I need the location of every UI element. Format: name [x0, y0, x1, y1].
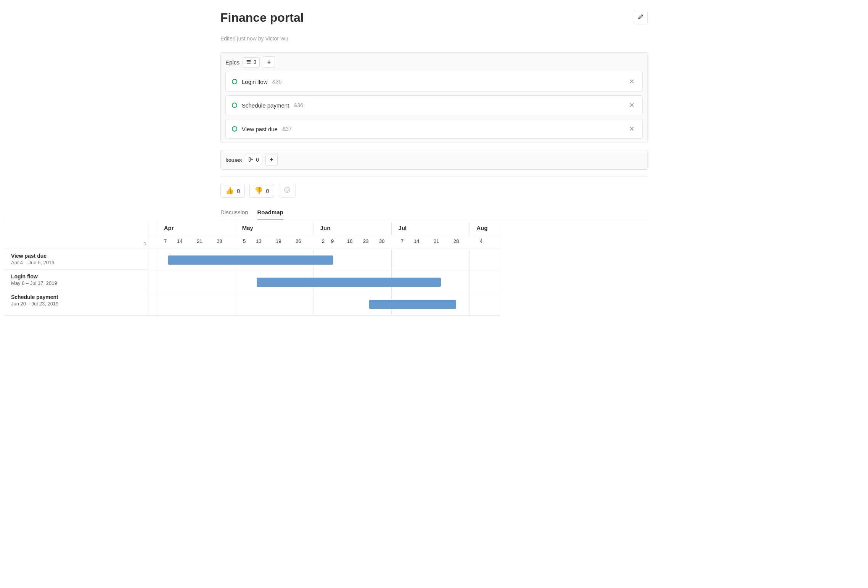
roadmap-row-title: Login flow [11, 273, 141, 280]
roadmap-bar-row [148, 293, 500, 315]
roadmap-months-header: Apr May Jun Jul Aug [148, 222, 500, 235]
thumbs-down-count: 0 [266, 188, 269, 194]
month-label: Apr [157, 222, 235, 235]
epic-ref: &37 [282, 126, 292, 132]
week-label: 28 [453, 235, 473, 249]
epic-title: Login flow [242, 79, 268, 85]
week-label: 21 [434, 235, 453, 249]
week-label: 4 [473, 235, 488, 249]
week-label: 14 [177, 235, 197, 249]
status-open-icon [232, 103, 237, 108]
remove-epic-button[interactable]: ✕ [627, 101, 636, 109]
roadmap-bar-row [148, 249, 500, 271]
roadmap-row-title: Schedule payment [11, 294, 141, 300]
plus-icon: + [267, 59, 271, 66]
month-label: May [235, 222, 313, 235]
roadmap-bar-row [148, 271, 500, 293]
roadmap-bar[interactable] [257, 278, 441, 287]
remove-epic-button[interactable]: ✕ [627, 125, 636, 133]
epics-count: 3 [254, 59, 257, 65]
edited-by-text: Edited just now by Victor Wu [220, 35, 648, 42]
divider [220, 177, 648, 177]
roadmap-weeks-header: 7 14 21 28 5 12 19 26 2 9 16 23 30 7 14 … [148, 235, 500, 249]
month-label: Jul [392, 222, 470, 235]
roadmap-row-dates: Apr 4 – Jun 6, 2019 [11, 260, 141, 265]
roadmap-row-dates: Jun 20 – Jul 23, 2019 [11, 301, 141, 307]
week-label: 14 [414, 235, 434, 249]
status-open-icon [232, 79, 237, 84]
thumbs-up-count: 0 [237, 188, 240, 194]
roadmap-bar[interactable] [168, 255, 333, 265]
epics-label: Epics [225, 59, 240, 66]
svg-point-1 [285, 187, 290, 193]
week-label: 19 [276, 235, 296, 249]
close-icon: ✕ [629, 101, 635, 109]
remove-epic-button[interactable]: ✕ [627, 77, 636, 86]
svg-rect-0 [249, 157, 251, 161]
epic-ref: &35 [272, 79, 282, 85]
tab-roadmap[interactable]: Roadmap [257, 206, 283, 220]
smiley-icon [284, 186, 291, 195]
issues-panel: Issues 0 + [220, 150, 648, 170]
roadmap-timeline[interactable]: Apr May Jun Jul Aug 7 14 21 28 5 12 19 2… [148, 222, 500, 315]
plus-icon: + [270, 156, 273, 163]
roadmap-row-label[interactable]: Login flow May 8 – Jul 17, 2019 [4, 270, 148, 290]
thumbs-up-button[interactable]: 👍 0 [220, 184, 245, 198]
close-icon: ✕ [629, 78, 635, 85]
add-epic-button[interactable]: + [263, 56, 275, 68]
roadmap-row-title: View past due [11, 253, 141, 259]
week-label: 2 [315, 235, 331, 249]
epics-panel: Epics 3 + Login flow &35 ✕ [220, 52, 648, 143]
week-label: 21 [197, 235, 217, 249]
week-label: 5 [236, 235, 256, 249]
add-reaction-button[interactable] [279, 184, 296, 198]
roadmap-row-dates: May 8 – Jul 17, 2019 [11, 280, 141, 286]
week-label: 9 [331, 235, 347, 249]
epic-ref: &36 [294, 102, 303, 108]
issues-count: 0 [256, 157, 259, 163]
epic-item[interactable]: View past due &37 ✕ [225, 119, 643, 139]
week-label: 23 [363, 235, 379, 249]
tabs: Discussion Roadmap [220, 206, 648, 220]
issues-count-badge[interactable]: 0 [245, 155, 262, 165]
week-label: 30 [379, 235, 394, 249]
roadmap-row-label[interactable]: Schedule payment Jun 20 – Jul 23, 2019 [4, 290, 148, 310]
roadmap-row-label[interactable]: View past due Apr 4 – Jun 6, 2019 [4, 249, 148, 270]
page-title: Finance portal [220, 11, 304, 25]
epics-count-badge[interactable]: 3 [243, 57, 260, 67]
close-icon: ✕ [629, 125, 635, 133]
epic-icon [246, 59, 251, 66]
epic-item[interactable]: Schedule payment &36 ✕ [225, 95, 643, 115]
epic-title: View past due [242, 126, 278, 132]
roadmap-sidebar: 1 View past due Apr 4 – Jun 6, 2019 Logi… [4, 222, 148, 315]
epic-item[interactable]: Login flow &35 ✕ [225, 72, 643, 92]
month-label: Jun [313, 222, 392, 235]
thumbs-down-icon: 👎 [254, 186, 263, 195]
epic-title: Schedule payment [242, 102, 289, 109]
week-label: 28 [217, 235, 236, 249]
status-open-icon [232, 126, 237, 132]
roadmap-leading-day: 1 [144, 241, 146, 246]
add-issue-button[interactable]: + [265, 154, 278, 165]
issue-icon [248, 157, 254, 163]
thumbs-up-icon: 👍 [225, 186, 234, 195]
roadmap: 1 View past due Apr 4 – Jun 6, 2019 Logi… [4, 222, 500, 316]
svg-point-3 [288, 189, 288, 190]
week-label: 12 [256, 235, 276, 249]
week-label: 7 [157, 235, 177, 249]
tab-discussion[interactable]: Discussion [220, 206, 248, 220]
week-label: 7 [394, 235, 414, 249]
thumbs-down-button[interactable]: 👎 0 [249, 184, 274, 198]
svg-point-2 [286, 189, 286, 190]
month-label: Aug [470, 222, 500, 235]
pencil-icon [638, 14, 644, 21]
week-label: 26 [296, 235, 315, 249]
roadmap-bar[interactable] [369, 300, 456, 309]
edit-button[interactable] [634, 11, 648, 24]
week-label: 16 [347, 235, 363, 249]
issues-label: Issues [225, 157, 242, 163]
